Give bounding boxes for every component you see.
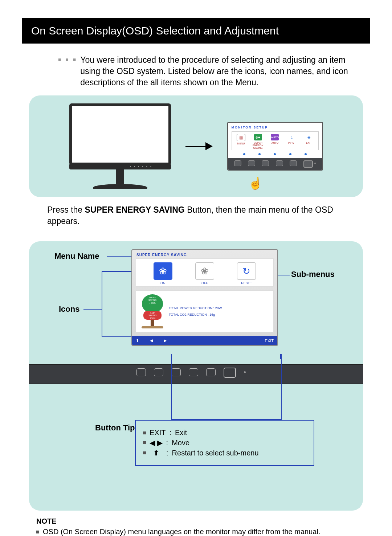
osd-menu-title: SUPER ENERGY SAVING [132, 250, 277, 258]
leaf-off-icon: ❀ [195, 262, 214, 280]
note-bullet-icon [36, 531, 39, 533]
popup-item-ses: SUPER ENERGY SAVING [253, 142, 264, 149]
nav-left-icon: ◀ [150, 338, 153, 343]
label-sub-menus: Sub-menus [291, 270, 335, 279]
osd-popup: MONITOR SETUP ▦MENU e●SUPER ENERGY SAVIN… [227, 122, 323, 171]
intro-text: You were introduced to the procedure of … [80, 54, 363, 88]
popup-item-input: INPUT [288, 142, 296, 144]
note-text: OSD (On Screen Display) menu languages o… [43, 528, 320, 536]
tip-restart-desc: Restart to select sub-menu [172, 449, 259, 457]
tree-icon: SUPER SAVING : 4W/h LED SAVING : 15W/h [140, 294, 165, 328]
label-menu-name: Menu Name [54, 251, 99, 261]
popup-item-menu: MENU [237, 142, 245, 145]
arrow-icon [185, 142, 213, 150]
button-tip-box: EXIT:Exit ◀ ▶:Move ⬆:Restart to select s… [135, 420, 314, 466]
stat-co2: TOTAL CO2 REDUCTION : 16g [169, 311, 222, 318]
note-heading: NOTE [36, 517, 370, 525]
tip-exit-key: EXIT [150, 429, 166, 437]
page-title: On Screen Display(OSD) Selection and Adj… [22, 18, 370, 44]
tip-exit-desc: Exit [175, 429, 187, 437]
submenu-on: ON [160, 281, 166, 285]
tip-move-desc: Move [172, 439, 189, 447]
tip-arrows-icon: ◀ ▶ [150, 438, 163, 447]
nav-up-icon: ⬆ [136, 338, 139, 343]
label-button-tip: Button Tip [95, 423, 135, 433]
nav-right-icon: ▶ [164, 338, 167, 343]
illustration-panel-1: ● ● ● ● ● ● MONITOR SETUP ▦MENU e●SUPER … [29, 95, 363, 197]
popup-item-auto: AUTO [271, 142, 278, 144]
popup-item-exit: EXIT [306, 142, 312, 144]
tip-up-icon: ⬆ [150, 449, 163, 457]
submenu-off: OFF [201, 281, 208, 285]
popup-title: MONITOR SETUP [232, 126, 319, 129]
osd-menu-window: SUPER ENERGY SAVING ❀ON ❀OFF ↻RESET SUPE… [131, 249, 278, 346]
submenu-reset: RESET [241, 281, 252, 285]
leaf-on-icon: ❀ [154, 262, 172, 280]
illustration-panel-2: Menu Name Sub-menus Icons SUPER ENERGY S… [29, 241, 363, 511]
instruction-text: Press the SUPER ENERGY SAVING Button, th… [47, 204, 345, 227]
label-icons: Icons [59, 304, 79, 314]
finger-pointer-icon: ☝ [248, 176, 263, 190]
intro-bullets: ■ ■ ■ [58, 54, 77, 88]
stat-power: TOTAL POWER REDUCTION : 20W [169, 305, 222, 311]
monitor-illustration: ● ● ● ● ● ● [69, 103, 171, 189]
nav-exit: EXIT [265, 339, 274, 343]
reset-icon: ↻ [237, 262, 256, 280]
